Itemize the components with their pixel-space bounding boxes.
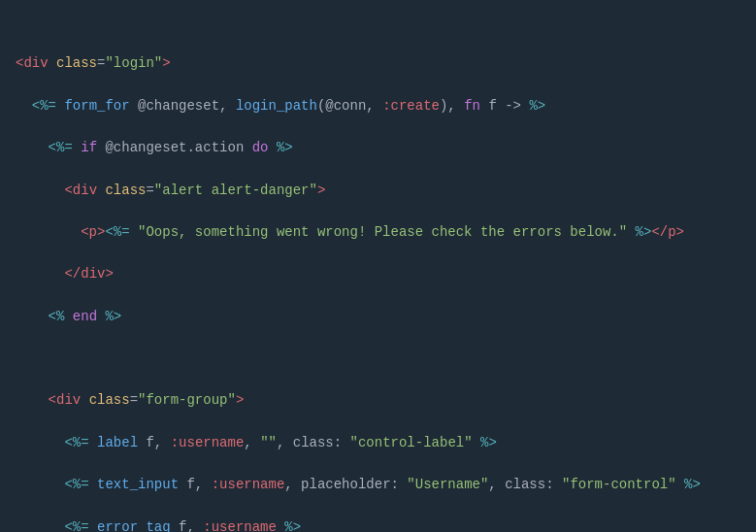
code-line-11: <%= text_input f, :username, placeholder… xyxy=(16,475,740,496)
code-line-12: <%= error_tag f, :username %> xyxy=(16,517,740,533)
code-line-8 xyxy=(16,349,740,370)
code-editor: <div class="login"> <%= form_for @change… xyxy=(0,0,756,532)
code-line-2: <%= form_for @changeset, login_path(@con… xyxy=(16,96,740,117)
code-line-1: <div class="login"> xyxy=(16,53,740,75)
code-line-9: <div class="form-group"> xyxy=(16,390,740,412)
code-line-3: <%= if @changeset.action do %> xyxy=(16,138,740,159)
code-line-7: <% end %> xyxy=(16,307,740,328)
code-line-10: <%= label f, :username, "", class: "cont… xyxy=(16,433,740,454)
code-line-6: </div> xyxy=(16,264,740,285)
code-line-4: <div class="alert alert-danger"> xyxy=(16,181,740,202)
code-line-5: <p><%= "Oops, something went wrong! Plea… xyxy=(16,222,740,244)
